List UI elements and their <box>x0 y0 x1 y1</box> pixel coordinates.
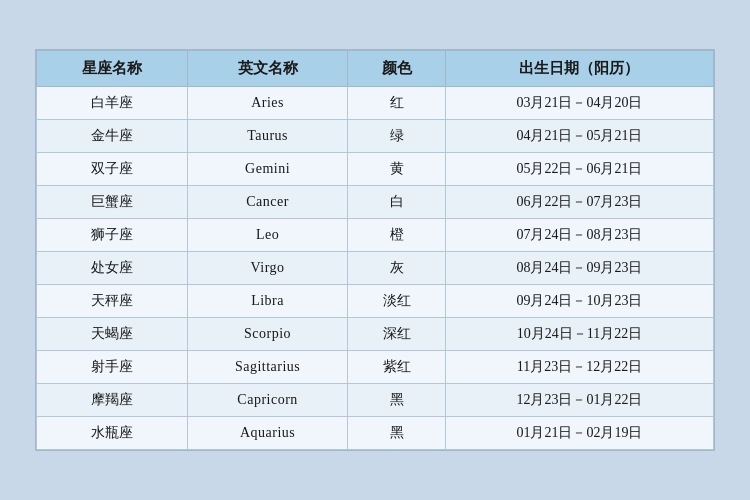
cell-chinese-name: 金牛座 <box>37 120 188 153</box>
cell-color: 深红 <box>348 318 446 351</box>
zodiac-table-container: 星座名称 英文名称 颜色 出生日期（阳历） 白羊座Aries红03月21日－04… <box>35 49 715 451</box>
table-row: 天秤座Libra淡红09月24日－10月23日 <box>37 285 714 318</box>
cell-color: 黑 <box>348 384 446 417</box>
cell-dates: 04月21日－05月21日 <box>445 120 713 153</box>
cell-english-name: Libra <box>187 285 347 318</box>
cell-english-name: Sagittarius <box>187 351 347 384</box>
table-row: 射手座Sagittarius紫红11月23日－12月22日 <box>37 351 714 384</box>
cell-chinese-name: 水瓶座 <box>37 417 188 450</box>
cell-english-name: Aries <box>187 87 347 120</box>
cell-color: 绿 <box>348 120 446 153</box>
cell-color: 淡红 <box>348 285 446 318</box>
cell-dates: 08月24日－09月23日 <box>445 252 713 285</box>
cell-chinese-name: 处女座 <box>37 252 188 285</box>
cell-english-name: Capricorn <box>187 384 347 417</box>
header-english-name: 英文名称 <box>187 51 347 87</box>
header-dates: 出生日期（阳历） <box>445 51 713 87</box>
table-row: 摩羯座Capricorn黑12月23日－01月22日 <box>37 384 714 417</box>
cell-dates: 01月21日－02月19日 <box>445 417 713 450</box>
header-chinese-name: 星座名称 <box>37 51 188 87</box>
cell-dates: 05月22日－06月21日 <box>445 153 713 186</box>
table-row: 狮子座Leo橙07月24日－08月23日 <box>37 219 714 252</box>
table-header-row: 星座名称 英文名称 颜色 出生日期（阳历） <box>37 51 714 87</box>
cell-english-name: Virgo <box>187 252 347 285</box>
cell-english-name: Gemini <box>187 153 347 186</box>
cell-dates: 11月23日－12月22日 <box>445 351 713 384</box>
table-row: 处女座Virgo灰08月24日－09月23日 <box>37 252 714 285</box>
cell-dates: 12月23日－01月22日 <box>445 384 713 417</box>
cell-chinese-name: 天秤座 <box>37 285 188 318</box>
cell-english-name: Aquarius <box>187 417 347 450</box>
cell-color: 橙 <box>348 219 446 252</box>
cell-chinese-name: 射手座 <box>37 351 188 384</box>
table-body: 白羊座Aries红03月21日－04月20日金牛座Taurus绿04月21日－0… <box>37 87 714 450</box>
cell-dates: 07月24日－08月23日 <box>445 219 713 252</box>
cell-english-name: Leo <box>187 219 347 252</box>
table-row: 双子座Gemini黄05月22日－06月21日 <box>37 153 714 186</box>
cell-chinese-name: 双子座 <box>37 153 188 186</box>
cell-color: 白 <box>348 186 446 219</box>
cell-chinese-name: 巨蟹座 <box>37 186 188 219</box>
cell-color: 红 <box>348 87 446 120</box>
cell-english-name: Scorpio <box>187 318 347 351</box>
cell-color: 灰 <box>348 252 446 285</box>
cell-color: 紫红 <box>348 351 446 384</box>
cell-english-name: Cancer <box>187 186 347 219</box>
cell-chinese-name: 摩羯座 <box>37 384 188 417</box>
cell-english-name: Taurus <box>187 120 347 153</box>
table-row: 天蝎座Scorpio深红10月24日－11月22日 <box>37 318 714 351</box>
cell-chinese-name: 狮子座 <box>37 219 188 252</box>
cell-dates: 09月24日－10月23日 <box>445 285 713 318</box>
cell-dates: 06月22日－07月23日 <box>445 186 713 219</box>
table-row: 巨蟹座Cancer白06月22日－07月23日 <box>37 186 714 219</box>
table-row: 水瓶座Aquarius黑01月21日－02月19日 <box>37 417 714 450</box>
cell-chinese-name: 白羊座 <box>37 87 188 120</box>
cell-color: 黄 <box>348 153 446 186</box>
cell-color: 黑 <box>348 417 446 450</box>
table-row: 金牛座Taurus绿04月21日－05月21日 <box>37 120 714 153</box>
table-row: 白羊座Aries红03月21日－04月20日 <box>37 87 714 120</box>
header-color: 颜色 <box>348 51 446 87</box>
cell-dates: 03月21日－04月20日 <box>445 87 713 120</box>
cell-chinese-name: 天蝎座 <box>37 318 188 351</box>
zodiac-table: 星座名称 英文名称 颜色 出生日期（阳历） 白羊座Aries红03月21日－04… <box>36 50 714 450</box>
cell-dates: 10月24日－11月22日 <box>445 318 713 351</box>
